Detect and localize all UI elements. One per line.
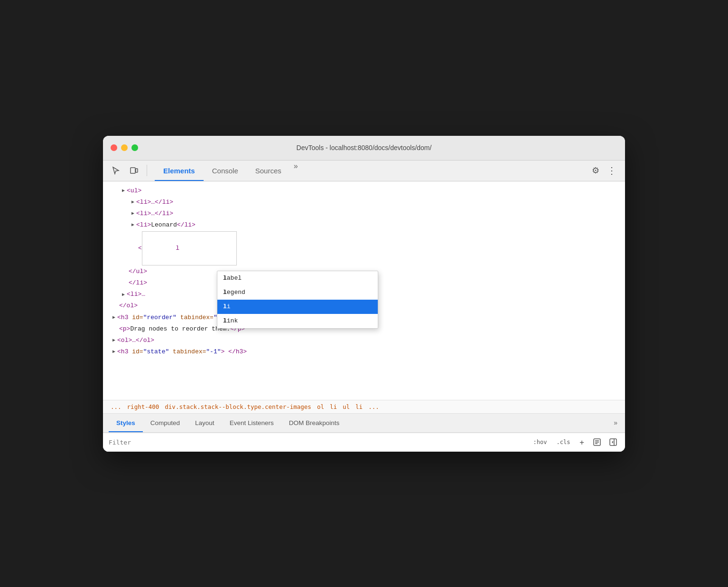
tag-li-2: <li>…</li> bbox=[136, 208, 173, 219]
computed-icon bbox=[593, 438, 601, 446]
tag-ol: <ol>…</ol> bbox=[117, 335, 154, 346]
attr-id-state: id= bbox=[132, 347, 143, 357]
breadcrumb-right400[interactable]: right-400 bbox=[127, 403, 159, 410]
expand-triangle[interactable]: ▶ bbox=[131, 209, 134, 218]
expand-triangle[interactable]: ▶ bbox=[131, 198, 134, 206]
dom-line-li-leonard[interactable]: ▶ <li>Leonard</li> bbox=[103, 219, 625, 231]
tag-space2 bbox=[169, 347, 173, 357]
tag-l: l bbox=[176, 245, 179, 252]
device-toggle-button[interactable] bbox=[127, 163, 141, 178]
tag-h3: <h3 bbox=[117, 312, 132, 323]
hov-button[interactable]: :hov bbox=[531, 437, 550, 447]
filter-actions: :hov .cls + bbox=[531, 436, 619, 448]
toolbar-right: ⚙ ⋮ bbox=[589, 162, 619, 179]
autocomplete-bold-li: l bbox=[223, 303, 227, 310]
inspect-element-button[interactable] bbox=[109, 163, 123, 178]
expand-triangle[interactable]: ▶ bbox=[112, 336, 115, 344]
tag-li-dots: <li>… bbox=[127, 289, 145, 300]
breadcrumb-li2[interactable]: li bbox=[355, 403, 363, 410]
tab-layout[interactable]: Layout bbox=[187, 413, 222, 432]
toolbar-divider bbox=[147, 165, 147, 176]
tab-console[interactable]: Console bbox=[204, 160, 247, 181]
more-options-button[interactable]: ⋮ bbox=[604, 162, 619, 179]
breadcrumb-li[interactable]: li bbox=[330, 403, 337, 410]
toolbar-tabs: Elements Console Sources » bbox=[155, 160, 302, 181]
breadcrumb-div[interactable]: div.stack.stack--block.type.center-image… bbox=[165, 403, 311, 410]
window-title: DevTools - localhost:8080/docs/devtools/… bbox=[297, 144, 432, 151]
dom-line-li-1[interactable]: ▶ <li>…</li> bbox=[103, 197, 625, 208]
tag-close-ol: </ol> bbox=[119, 301, 138, 311]
tag-h3-state: <h3 bbox=[117, 347, 132, 357]
inline-edit-field[interactable]: l bbox=[142, 231, 237, 265]
dom-line-h3-state[interactable]: ▶ <h3 id="state" tabindex="-1"> </h3> bbox=[103, 346, 625, 358]
attr-id-val: "reorder" bbox=[143, 312, 177, 323]
dom-panel: ▶ <ul> ▶ <li>…</li> ▶ <li>…</li> ▶ <li>L… bbox=[103, 181, 625, 400]
dom-line-editing[interactable]: < l bbox=[103, 231, 625, 266]
settings-button[interactable]: ⚙ bbox=[589, 162, 602, 179]
computed-style-btn[interactable] bbox=[591, 436, 603, 448]
autocomplete-item-link[interactable]: link bbox=[217, 314, 378, 328]
tag-p: <p> bbox=[119, 324, 130, 334]
autocomplete-item-legend[interactable]: legend bbox=[217, 285, 378, 300]
filter-input[interactable] bbox=[109, 439, 531, 446]
breadcrumb-ellipsis[interactable]: ... bbox=[111, 403, 121, 410]
cursor-icon bbox=[112, 166, 120, 175]
tab-computed[interactable]: Computed bbox=[143, 413, 187, 432]
tab-styles[interactable]: Styles bbox=[109, 413, 143, 432]
bottom-more-tabs[interactable]: » bbox=[612, 417, 619, 428]
tab-elements[interactable]: Elements bbox=[155, 160, 204, 181]
tab-dom-breakpoints[interactable]: DOM Breakpoints bbox=[281, 413, 347, 432]
attr-tabindex: tabindex= bbox=[180, 312, 214, 323]
toolbar: Elements Console Sources » ⚙ ⋮ bbox=[103, 161, 625, 181]
autocomplete-item-label[interactable]: label bbox=[217, 271, 378, 285]
breadcrumb-more[interactable]: ... bbox=[368, 403, 379, 410]
tag-li-close: </li> bbox=[177, 220, 196, 230]
bottom-panel: Styles Computed Layout Event Listeners D… bbox=[103, 414, 625, 452]
device-icon bbox=[130, 166, 138, 175]
close-button[interactable] bbox=[111, 144, 117, 151]
minimize-button[interactable] bbox=[121, 144, 128, 151]
expand-triangle[interactable]: ▶ bbox=[122, 187, 125, 195]
tag-h3-state-close: > </h3> bbox=[221, 347, 247, 357]
tag-li-1: <li>…</li> bbox=[136, 197, 173, 208]
expand-triangle[interactable]: ▶ bbox=[122, 291, 125, 299]
li-leonard-text: Leonard bbox=[151, 220, 177, 230]
filter-bar: :hov .cls + bbox=[103, 433, 625, 452]
cls-button[interactable]: .cls bbox=[553, 437, 573, 447]
expand-triangle[interactable]: ▶ bbox=[131, 221, 134, 229]
tag-space bbox=[177, 312, 180, 323]
expand-triangle[interactable]: ▶ bbox=[112, 348, 115, 356]
tab-sources[interactable]: Sources bbox=[247, 160, 290, 181]
dom-line-ol[interactable]: ▶ <ol>…</ol> bbox=[103, 335, 625, 346]
autocomplete-bold-legend: l bbox=[223, 289, 227, 296]
bottom-tabs: Styles Computed Layout Event Listeners D… bbox=[103, 414, 625, 433]
autocomplete-bold-link: l bbox=[223, 317, 227, 324]
expand-triangle[interactable]: ▶ bbox=[112, 313, 115, 322]
tag-close-ul: </ul> bbox=[129, 266, 147, 277]
svg-rect-0 bbox=[131, 168, 135, 173]
tab-event-listeners[interactable]: Event Listeners bbox=[222, 413, 281, 432]
dom-line-li-2[interactable]: ▶ <li>…</li> bbox=[103, 208, 625, 219]
attr-tabindex2: tabindex= bbox=[173, 347, 206, 357]
tag-open-bracket: < bbox=[138, 243, 142, 254]
sidebar-toggle-btn[interactable] bbox=[607, 436, 619, 448]
breadcrumb-bar: ... right-400 div.stack.stack--block.typ… bbox=[103, 400, 625, 414]
dom-line-ul[interactable]: ▶ <ul> bbox=[103, 185, 625, 197]
title-bar: DevTools - localhost:8080/docs/devtools/… bbox=[103, 136, 625, 161]
svg-rect-1 bbox=[136, 169, 138, 172]
attr-tabindex2-val: "-1" bbox=[206, 347, 221, 357]
attr-id: id= bbox=[132, 312, 143, 323]
tag-close-li: </li> bbox=[129, 278, 147, 288]
breadcrumb-ul[interactable]: ul bbox=[343, 403, 350, 410]
traffic-lights bbox=[111, 144, 138, 151]
devtools-window: DevTools - localhost:8080/docs/devtools/… bbox=[103, 136, 625, 452]
sidebar-icon bbox=[609, 438, 617, 446]
toolbar-more-tabs[interactable]: » bbox=[290, 160, 302, 181]
breadcrumb-ol[interactable]: ol bbox=[317, 403, 324, 410]
tag-ul: <ul> bbox=[127, 186, 141, 196]
plus-button[interactable]: + bbox=[577, 436, 587, 448]
autocomplete-item-li[interactable]: li bbox=[217, 300, 378, 314]
autocomplete-popup: label legend li link bbox=[217, 271, 378, 329]
p-text: Drag nodes to reorder them. bbox=[130, 324, 230, 334]
maximize-button[interactable] bbox=[131, 144, 138, 151]
